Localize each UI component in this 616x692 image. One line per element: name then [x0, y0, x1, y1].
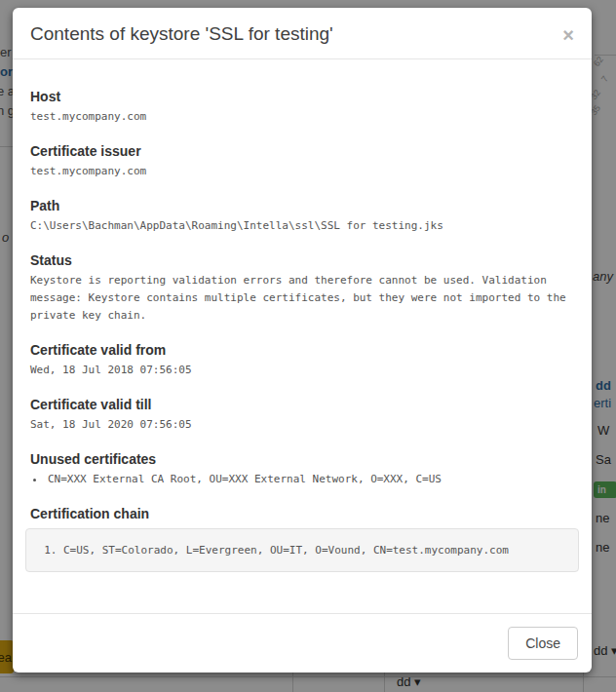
close-icon[interactable]: × [562, 23, 574, 45]
certification-chain-list: C=US, ST=Colorado, L=Evergreen, OU=IT, O… [40, 542, 564, 559]
certification-chain-item: C=US, ST=Colorado, L=Evergreen, OU=IT, O… [63, 542, 564, 559]
dialog-title: Contents of keystore 'SSL for testing' [30, 23, 562, 45]
certification-chain-box: C=US, ST=Colorado, L=Evergreen, OU=IT, O… [25, 528, 579, 572]
unused-certificates-label: Unused certificates [30, 451, 574, 468]
section-unused-certificates: Unused certificates CN=XXX External CA R… [30, 451, 574, 488]
status-value: Keystore is reporting validation errors … [30, 272, 574, 325]
status-label: Status [30, 252, 574, 269]
section-valid-from: Certificate valid from Wed, 18 Jul 2018 … [30, 342, 574, 379]
section-certification-chain: Certification chain C=US, ST=Colorado, L… [30, 506, 574, 572]
valid-till-value: Sat, 18 Jul 2020 07:56:05 [30, 416, 574, 434]
valid-till-label: Certificate valid till [30, 397, 574, 413]
dialog-footer: Close [13, 613, 592, 673]
issuer-value: test.mycompany.com [30, 163, 574, 180]
dialog-body: Host test.mycompany.com Certificate issu… [13, 59, 592, 613]
section-host: Host test.mycompany.com [30, 89, 574, 126]
section-valid-till: Certificate valid till Sat, 18 Jul 2020 … [30, 397, 574, 434]
screen: er or e a n g o ea 62 7 32 35 any dd ert… [0, 0, 616, 692]
path-label: Path [30, 198, 574, 214]
unused-certificate-item: CN=XXX External CA Root, OU=XXX External… [46, 471, 574, 488]
close-button[interactable]: Close [508, 627, 578, 660]
unused-certificates-list: CN=XXX External CA Root, OU=XXX External… [30, 471, 574, 488]
path-value: C:\Users\Bachman\AppData\Roaming\Intella… [30, 217, 574, 235]
certification-chain-label: Certification chain [30, 506, 574, 522]
issuer-label: Certificate issuer [30, 143, 574, 160]
host-label: Host [30, 89, 574, 105]
host-value: test.mycompany.com [30, 108, 574, 126]
valid-from-label: Certificate valid from [30, 342, 574, 359]
valid-from-value: Wed, 18 Jul 2018 07:56:05 [30, 362, 574, 379]
section-status: Status Keystore is reporting validation … [30, 252, 574, 325]
section-path: Path C:\Users\Bachman\AppData\Roaming\In… [30, 198, 574, 235]
section-certificate-issuer: Certificate issuer test.mycompany.com [30, 143, 574, 180]
dialog-header: Contents of keystore 'SSL for testing' × [13, 8, 592, 59]
keystore-contents-dialog: Contents of keystore 'SSL for testing' ×… [13, 8, 592, 673]
